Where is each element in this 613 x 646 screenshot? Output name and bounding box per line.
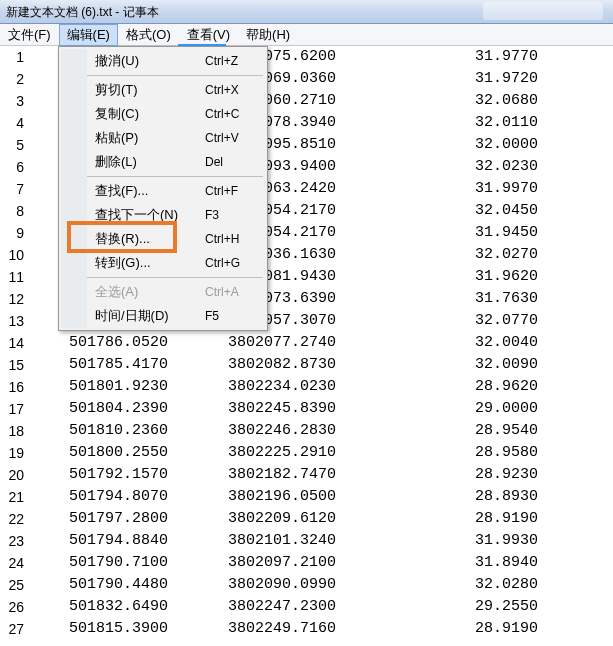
menu-item[interactable]: 剪切(T)Ctrl+X <box>87 78 265 102</box>
text-row[interactable]: 501792.15703802182.747028.9230 <box>28 464 613 486</box>
menu-item-shortcut: F5 <box>205 309 265 323</box>
line-number: 2 <box>0 68 24 90</box>
text-row[interactable]: 501800.25503802225.291028.9580 <box>28 442 613 464</box>
menu-item-shortcut: Ctrl+Z <box>205 54 265 68</box>
menu-format[interactable]: 格式(O) <box>118 24 179 46</box>
col3-value: 28.9620 <box>398 376 538 398</box>
col3-value: 29.2550 <box>398 596 538 618</box>
menu-separator <box>87 277 263 278</box>
menu-item[interactable]: 删除(L)Del <box>87 150 265 174</box>
col3-value: 31.9720 <box>398 68 538 90</box>
col3-value: 31.9450 <box>398 222 538 244</box>
col2-value: 3802245.8390 <box>228 398 398 420</box>
col1-value: 501794.8840 <box>28 530 178 552</box>
text-row[interactable]: 501797.28003802209.612028.9190 <box>28 508 613 530</box>
col1-value: 501800.2550 <box>28 442 178 464</box>
menu-item-label: 撤消(U) <box>95 52 205 70</box>
text-row[interactable]: 501794.80703802196.050028.8930 <box>28 486 613 508</box>
menu-help[interactable]: 帮助(H) <box>238 24 298 46</box>
col1-value: 501794.8070 <box>28 486 178 508</box>
menu-item[interactable]: 查找(F)...Ctrl+F <box>87 179 265 203</box>
text-row[interactable]: 501804.23903802245.839029.0000 <box>28 398 613 420</box>
col1-value: 501810.2360 <box>28 420 178 442</box>
col2-value: 3802082.8730 <box>228 354 398 376</box>
col3-value: 28.9190 <box>398 508 538 530</box>
window-titlebar: 新建文本文档 (6).txt - 记事本 <box>0 0 613 24</box>
line-number: 12 <box>0 288 24 310</box>
menu-item-shortcut: Ctrl+H <box>205 232 265 246</box>
menu-item[interactable]: 转到(G)...Ctrl+G <box>87 251 265 275</box>
line-number: 14 <box>0 332 24 354</box>
col2-value: 3802196.0500 <box>228 486 398 508</box>
line-number: 20 <box>0 464 24 486</box>
menu-item-shortcut: F3 <box>205 208 265 222</box>
line-number: 6 <box>0 156 24 178</box>
menu-view[interactable]: 查看(V) <box>179 24 238 46</box>
line-number: 11 <box>0 266 24 288</box>
text-row[interactable]: 501832.64903802247.230029.2550 <box>28 596 613 618</box>
menu-item[interactable]: 粘贴(P)Ctrl+V <box>87 126 265 150</box>
line-number: 10 <box>0 244 24 266</box>
text-row[interactable]: 501794.88403802101.324031.9930 <box>28 530 613 552</box>
menu-item-label: 查找下一个(N) <box>95 206 205 224</box>
text-row[interactable]: 501801.92303802234.023028.9620 <box>28 376 613 398</box>
col1-value: 501815.3900 <box>28 618 178 640</box>
text-row[interactable]: 501790.44803802090.099032.0280 <box>28 574 613 596</box>
col3-value: 31.9970 <box>398 178 538 200</box>
menu-item: 全选(A)Ctrl+A <box>87 280 265 304</box>
line-number: 18 <box>0 420 24 442</box>
menu-item-shortcut: Ctrl+V <box>205 131 265 145</box>
menu-item-label: 全选(A) <box>95 283 205 301</box>
text-row[interactable]: 501785.41703802082.873032.0090 <box>28 354 613 376</box>
menu-item-label: 粘贴(P) <box>95 129 205 147</box>
col2-value: 3802090.0990 <box>228 574 398 596</box>
menu-item-shortcut: Ctrl+C <box>205 107 265 121</box>
menu-item-label: 复制(C) <box>95 105 205 123</box>
menu-item[interactable]: 撤消(U)Ctrl+Z <box>87 49 265 73</box>
col3-value: 31.8940 <box>398 552 538 574</box>
col3-value: 28.9190 <box>398 618 538 640</box>
col3-value: 32.0280 <box>398 574 538 596</box>
line-number: 25 <box>0 574 24 596</box>
line-number: 15 <box>0 354 24 376</box>
menu-item[interactable]: 复制(C)Ctrl+C <box>87 102 265 126</box>
menu-file[interactable]: 文件(F) <box>0 24 59 46</box>
line-number: 1 <box>0 46 24 68</box>
col3-value: 31.9770 <box>398 46 538 68</box>
col3-value: 31.7630 <box>398 288 538 310</box>
col3-value: 32.0040 <box>398 332 538 354</box>
col2-value: 3802247.2300 <box>228 596 398 618</box>
text-row[interactable]: 501790.71003802097.210031.8940 <box>28 552 613 574</box>
menu-item-shortcut: Ctrl+X <box>205 83 265 97</box>
text-row[interactable]: 501815.39003802249.716028.9190 <box>28 618 613 640</box>
col2-value: 3802182.7470 <box>228 464 398 486</box>
col1-value: 501797.2800 <box>28 508 178 530</box>
col3-value: 31.9930 <box>398 530 538 552</box>
col3-value: 28.9230 <box>398 464 538 486</box>
menu-item-label: 删除(L) <box>95 153 205 171</box>
col3-value: 29.0000 <box>398 398 538 420</box>
line-number: 16 <box>0 376 24 398</box>
line-number: 24 <box>0 552 24 574</box>
line-number: 21 <box>0 486 24 508</box>
menu-item-shortcut: Ctrl+F <box>205 184 265 198</box>
col3-value: 32.0110 <box>398 112 538 134</box>
menu-item[interactable]: 替换(R)...Ctrl+H <box>87 227 265 251</box>
line-number: 7 <box>0 178 24 200</box>
line-number: 13 <box>0 310 24 332</box>
col1-value: 501804.2390 <box>28 398 178 420</box>
col2-value: 3802097.2100 <box>228 552 398 574</box>
menu-item-label: 剪切(T) <box>95 81 205 99</box>
line-number: 19 <box>0 442 24 464</box>
col2-value: 3802077.2740 <box>228 332 398 354</box>
line-number: 4 <box>0 112 24 134</box>
menubar: 文件(F) 编辑(E) 格式(O) 查看(V) 帮助(H) <box>0 24 613 46</box>
text-row[interactable]: 501786.05203802077.274032.0040 <box>28 332 613 354</box>
text-row[interactable]: 501810.23603802246.283028.9540 <box>28 420 613 442</box>
menu-item[interactable]: 时间/日期(D)F5 <box>87 304 265 328</box>
menu-edit[interactable]: 编辑(E) <box>59 24 118 46</box>
col3-value: 28.9540 <box>398 420 538 442</box>
menu-item[interactable]: 查找下一个(N)F3 <box>87 203 265 227</box>
col3-value: 32.0270 <box>398 244 538 266</box>
col2-value: 3802246.2830 <box>228 420 398 442</box>
